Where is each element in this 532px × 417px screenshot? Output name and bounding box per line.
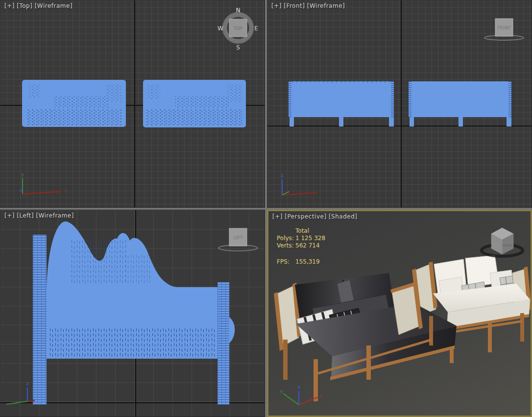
svg-text:x: x	[319, 393, 322, 398]
stats-verts-label: Verts:	[277, 242, 295, 249]
viewport-perspective-label[interactable]: [+] [Perspective] [Shaded]	[272, 213, 357, 220]
viewport-front[interactable]: FRONT z [+] [Front] [Wireframe]	[267, 0, 532, 208]
sofa-wireframe-front-2[interactable]	[409, 81, 511, 126]
compass-east-label: E	[254, 25, 258, 32]
stats-total-header: Total	[295, 227, 309, 235]
statistics-overlay: Total Polys:1 125 328 Verts:562 714 FPS:…	[277, 227, 325, 266]
viewport-perspective[interactable]: FRONT z y x Total Polys:1 125 328 Verts:…	[267, 210, 532, 417]
viewcube-perspective[interactable]: FRONT	[482, 228, 523, 256]
stats-polys-value: 1 125 328	[295, 235, 325, 242]
svg-text:x: x	[63, 189, 66, 194]
viewport-top[interactable]: TOP N S W E y x z [+] [Top] [Wireframe]	[0, 0, 265, 208]
sofa-wireframe-top-2[interactable]	[143, 80, 246, 127]
viewport-layout: TOP N S W E y x z [+] [Top] [Wireframe]	[0, 0, 532, 417]
svg-text:z: z	[281, 173, 284, 178]
sofa-wireframe-front-1[interactable]	[289, 80, 394, 126]
stats-polys-label: Polys:	[277, 235, 295, 242]
stats-verts-value: 562 714	[295, 242, 320, 249]
viewport-left-label[interactable]: [+] [Left] [Wireframe]	[4, 212, 74, 219]
viewport-left[interactable]: LEFT z [+] [Left] [Wireframe]	[0, 210, 265, 417]
axis-tripod-left: z	[6, 381, 35, 404]
svg-text:y: y	[21, 172, 24, 177]
left-view-canvas: LEFT z	[0, 210, 265, 417]
sofa-wireframe-top-1[interactable]	[22, 80, 126, 127]
compass-west-label: W	[218, 25, 223, 32]
viewcube-left-face-label: LEFT	[234, 236, 243, 240]
top-view-canvas: TOP N S W E y x z	[0, 0, 265, 208]
axis-tripod-top: y x z	[20, 172, 66, 194]
svg-text:z: z	[20, 188, 22, 193]
compass-south-label: S	[236, 44, 240, 51]
front-view-canvas: FRONT z	[267, 0, 532, 208]
svg-text:z: z	[26, 381, 29, 386]
svg-text:z: z	[298, 385, 300, 390]
viewport-front-label[interactable]: [+] [Front] [Wireframe]	[271, 2, 345, 9]
viewcube-compass-top[interactable]: TOP N S W E	[218, 7, 258, 51]
compass-north-label: N	[236, 7, 241, 14]
viewcube-left[interactable]: LEFT	[218, 228, 258, 251]
viewcube-front[interactable]: FRONT	[484, 19, 524, 40]
viewcube-perspective-face-label: FRONT	[503, 244, 513, 247]
stats-fps-label: FPS:	[277, 258, 295, 266]
sofa-wireframe-left[interactable]	[33, 221, 235, 405]
axis-tripod-front: z	[281, 173, 317, 195]
svg-text:y: y	[280, 389, 283, 393]
stats-fps-value: 155,319	[295, 258, 320, 266]
viewport-top-label[interactable]: [+] [Top] [Wireframe]	[4, 2, 73, 9]
viewcube-front-face-label: FRONT	[497, 26, 510, 30]
viewcube-top-face-label: TOP	[233, 26, 243, 31]
